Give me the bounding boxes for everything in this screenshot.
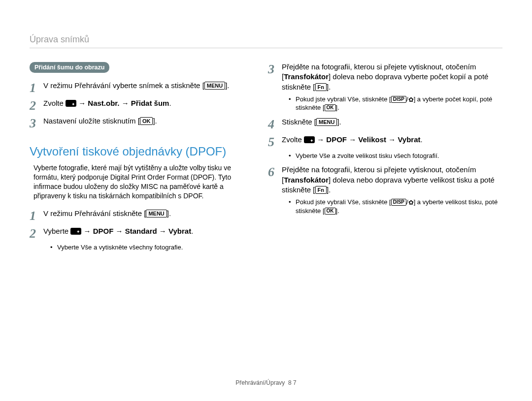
step-bold: → DPOF → Velikost → Vybrat [315,135,421,144]
left-step-3: 3 Nastavení uložíte stisknutím [OK]. [30,116,252,130]
step-text: Nastavení uložíte stisknutím [OK]. [43,116,252,126]
fn-key-icon: Fn [315,186,327,194]
bullet-icon [289,198,296,207]
step-text: Přejděte na fotografii, kterou si přejet… [282,62,502,92]
step-number: 1 [30,81,43,94]
menu-key-icon: MENU [316,118,337,126]
step-number: 5 [268,135,282,149]
subnote-text: Pokud jste vybrali Vše, stiskněte [DISP/… [296,95,502,112]
bullet-icon [289,152,296,160]
right-subnote-1: Pokud jste vybrali Vše, stiskněte [DISP/… [268,95,502,112]
step-number: 1 [30,209,43,222]
macro-flower-icon: ✿ [408,199,414,206]
step-number: 3 [30,116,43,130]
ok-key-icon: OK [325,104,336,111]
bullet-icon [289,95,296,104]
macro-flower-icon: ✿ [408,96,414,103]
fn-key-icon: Fn [315,83,327,91]
left-step-1: 1 V režimu Přehrávání vyberte snímek a s… [30,81,252,94]
content-columns: Přidání šumu do obrazu 1 V režimu Přehrá… [30,62,502,370]
right-step-5: 5 Zvolte → DPOF → Velikost → Vybrat. [268,135,502,149]
step-text: Stiskněte [MENU]. [282,117,502,127]
right-subnote-3: Pokud jste vybrali Vše, stiskněte [DISP/… [268,198,502,215]
left-column: Přidání šumu do obrazu 1 V režimu Přehrá… [30,62,266,370]
section-header: Úprava snímků [30,34,502,48]
step-bold: → DPOF → Standard → Vybrat [81,227,191,235]
step-number: 2 [30,98,43,112]
subnote-text: Vyberte Vše a zvolte velikost tisku všec… [296,152,502,160]
ok-key-icon: OK [325,208,336,215]
right-subnote-2: Vyberte Vše a zvolte velikost tisku všec… [268,152,502,160]
bullet-icon [50,243,57,252]
step-text: Vyberte → DPOF → Standard → Vybrat. [43,226,252,236]
step-number: 4 [268,117,282,131]
step-text: Přejděte na fotografii, kterou si přejet… [282,165,502,195]
topic-pill: Přidání šumu do obrazu [30,62,109,73]
menu-key-icon: MENU [204,82,225,90]
film-settings-icon [304,136,315,143]
film-settings-icon [70,228,81,235]
film-settings-icon [66,100,76,107]
right-step-4: 4 Stiskněte [MENU]. [268,117,502,131]
ok-key-icon: OK [140,117,153,125]
left-step-2: 2 Zvolte → Nast.obr. → Přidat šum. [30,98,252,112]
right-step-3: 3 Přejděte na fotografii, kterou si přej… [268,62,502,92]
subnote-text: Pokud jste vybrali Vše, stiskněte [DISP/… [296,198,502,215]
right-column: 3 Přejděte na fotografii, kterou si přej… [266,62,502,370]
step-text: Zvolte → Nast.obr. → Přidat šum. [43,98,252,108]
menu-key-icon: MENU [146,210,166,217]
left-dpof-step-1: 1 V režimu Přehrávání stiskněte [MENU]. [30,209,252,222]
step-number: 6 [268,165,282,179]
page-footer: Přehrávání/Úpravy 8 7 [30,370,502,386]
step-number: 2 [30,226,43,240]
right-step-6: 6 Přejděte na fotografii, kterou si přej… [268,165,502,195]
step-text: Zvolte → DPOF → Velikost → Vybrat. [282,135,502,145]
step-number: 3 [268,62,282,76]
step-bold: → Nast.obr. → Přidat šum [76,99,169,107]
step-text: V režimu Přehrávání vyberte snímek a sti… [43,81,252,91]
disp-key-icon: DISP [391,96,406,103]
left-dpof-step-2: 2 Vyberte → DPOF → Standard → Vybrat. [30,226,252,240]
subnote-text: Vyberte Vše a vytiskněte všechny fotogra… [57,243,252,252]
dpof-paragraph: Vyberte fotografie, které mají být vytiš… [30,163,252,201]
disp-key-icon: DISP [391,199,406,206]
step-text: V režimu Přehrávání stiskněte [MENU]. [43,209,252,218]
left-subnote: Vyberte Vše a vytiskněte všechny fotogra… [30,243,252,252]
dpof-heading: Vytvoření tiskové objednávky (DPOF) [30,145,252,158]
